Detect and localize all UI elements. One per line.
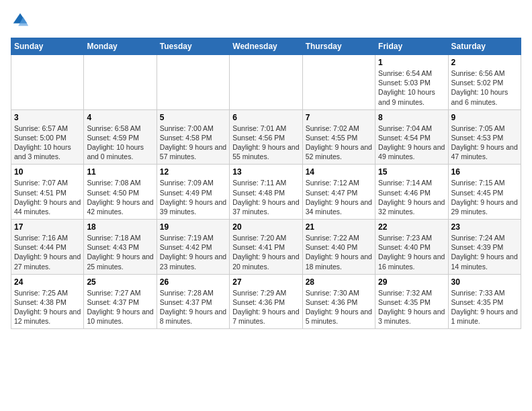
page-header	[11, 11, 521, 30]
day-number: 6	[232, 113, 299, 122]
calendar-cell: 22Sunrise: 7:23 AM Sunset: 4:40 PM Dayli…	[375, 220, 448, 275]
calendar-cell: 21Sunrise: 7:22 AM Sunset: 4:40 PM Dayli…	[302, 220, 375, 275]
day-number: 12	[160, 167, 226, 177]
week-row-5: 24Sunrise: 7:25 AM Sunset: 4:38 PM Dayli…	[11, 274, 521, 329]
day-number: 5	[160, 113, 226, 122]
day-info: Sunrise: 7:27 AM Sunset: 4:37 PM Dayligh…	[87, 288, 153, 326]
calendar-cell: 30Sunrise: 7:33 AM Sunset: 4:35 PM Dayli…	[448, 274, 521, 329]
day-number: 23	[451, 222, 518, 232]
calendar-cell	[11, 55, 84, 110]
day-header-wednesday: Wednesday	[230, 38, 302, 55]
calendar-cell: 25Sunrise: 7:27 AM Sunset: 4:37 PM Dayli…	[84, 274, 157, 329]
week-row-1: 1Sunrise: 6:54 AM Sunset: 5:03 PM Daylig…	[11, 55, 521, 110]
logo-icon	[11, 11, 30, 30]
calendar-cell: 19Sunrise: 7:19 AM Sunset: 4:42 PM Dayli…	[157, 220, 229, 275]
day-number: 17	[14, 222, 81, 232]
day-header-monday: Monday	[84, 38, 157, 55]
day-number: 8	[378, 113, 445, 122]
week-row-3: 10Sunrise: 7:07 AM Sunset: 4:51 PM Dayli…	[11, 165, 521, 220]
calendar-table: SundayMondayTuesdayWednesdayThursdayFrid…	[11, 38, 521, 329]
day-number: 20	[232, 222, 299, 232]
day-number: 13	[232, 167, 299, 177]
calendar-cell: 3Sunrise: 6:57 AM Sunset: 5:00 PM Daylig…	[11, 109, 84, 165]
day-info: Sunrise: 7:25 AM Sunset: 4:38 PM Dayligh…	[14, 288, 81, 326]
day-number: 19	[160, 222, 226, 232]
calendar-cell: 12Sunrise: 7:09 AM Sunset: 4:49 PM Dayli…	[157, 165, 229, 220]
calendar-cell: 16Sunrise: 7:15 AM Sunset: 4:45 PM Dayli…	[448, 165, 521, 220]
day-number: 1	[378, 58, 445, 67]
calendar-cell: 13Sunrise: 7:11 AM Sunset: 4:48 PM Dayli…	[230, 165, 302, 220]
day-number: 11	[87, 167, 153, 177]
day-info: Sunrise: 7:20 AM Sunset: 4:41 PM Dayligh…	[232, 233, 299, 271]
week-row-2: 3Sunrise: 6:57 AM Sunset: 5:00 PM Daylig…	[11, 109, 521, 165]
calendar-cell: 1Sunrise: 6:54 AM Sunset: 5:03 PM Daylig…	[375, 55, 448, 110]
day-info: Sunrise: 6:57 AM Sunset: 5:00 PM Dayligh…	[14, 124, 81, 162]
calendar-cell: 9Sunrise: 7:05 AM Sunset: 4:53 PM Daylig…	[448, 109, 521, 165]
calendar-cell: 29Sunrise: 7:32 AM Sunset: 4:35 PM Dayli…	[375, 274, 448, 329]
calendar-cell	[302, 55, 375, 110]
day-number: 21	[306, 222, 372, 232]
day-number: 25	[87, 277, 153, 287]
day-info: Sunrise: 7:14 AM Sunset: 4:46 PM Dayligh…	[378, 178, 445, 216]
calendar-cell	[230, 55, 302, 110]
day-info: Sunrise: 7:12 AM Sunset: 4:47 PM Dayligh…	[306, 178, 372, 216]
calendar-cell: 8Sunrise: 7:04 AM Sunset: 4:54 PM Daylig…	[375, 109, 448, 165]
day-info: Sunrise: 7:15 AM Sunset: 4:45 PM Dayligh…	[451, 178, 518, 216]
day-info: Sunrise: 7:29 AM Sunset: 4:36 PM Dayligh…	[232, 288, 299, 326]
day-info: Sunrise: 7:22 AM Sunset: 4:40 PM Dayligh…	[306, 233, 372, 271]
day-info: Sunrise: 6:58 AM Sunset: 4:59 PM Dayligh…	[87, 124, 153, 162]
day-number: 24	[14, 277, 81, 287]
day-info: Sunrise: 7:09 AM Sunset: 4:49 PM Dayligh…	[160, 178, 226, 216]
day-header-sunday: Sunday	[11, 38, 84, 55]
day-header-tuesday: Tuesday	[157, 38, 229, 55]
day-info: Sunrise: 7:11 AM Sunset: 4:48 PM Dayligh…	[232, 178, 299, 216]
calendar-cell: 14Sunrise: 7:12 AM Sunset: 4:47 PM Dayli…	[302, 165, 375, 220]
day-info: Sunrise: 7:30 AM Sunset: 4:36 PM Dayligh…	[306, 288, 372, 326]
day-info: Sunrise: 7:28 AM Sunset: 4:37 PM Dayligh…	[160, 288, 226, 326]
day-info: Sunrise: 7:07 AM Sunset: 4:51 PM Dayligh…	[14, 178, 81, 216]
calendar-cell: 20Sunrise: 7:20 AM Sunset: 4:41 PM Dayli…	[230, 220, 302, 275]
day-info: Sunrise: 7:16 AM Sunset: 4:44 PM Dayligh…	[14, 233, 81, 271]
calendar-header: SundayMondayTuesdayWednesdayThursdayFrid…	[11, 38, 521, 55]
day-info: Sunrise: 6:56 AM Sunset: 5:02 PM Dayligh…	[451, 68, 518, 107]
day-number: 4	[87, 113, 153, 122]
day-info: Sunrise: 7:00 AM Sunset: 4:58 PM Dayligh…	[160, 124, 226, 162]
calendar-cell: 6Sunrise: 7:01 AM Sunset: 4:56 PM Daylig…	[230, 109, 302, 165]
day-number: 28	[306, 277, 372, 287]
day-number: 18	[87, 222, 153, 232]
day-info: Sunrise: 6:54 AM Sunset: 5:03 PM Dayligh…	[378, 68, 445, 107]
calendar-cell: 28Sunrise: 7:30 AM Sunset: 4:36 PM Dayli…	[302, 274, 375, 329]
day-header-thursday: Thursday	[302, 38, 375, 55]
day-number: 30	[451, 277, 518, 287]
day-number: 2	[451, 58, 518, 67]
day-info: Sunrise: 7:04 AM Sunset: 4:54 PM Dayligh…	[378, 124, 445, 162]
calendar-cell	[157, 55, 229, 110]
calendar-cell: 26Sunrise: 7:28 AM Sunset: 4:37 PM Dayli…	[157, 274, 229, 329]
day-number: 27	[232, 277, 299, 287]
day-number: 9	[451, 113, 518, 122]
day-info: Sunrise: 7:23 AM Sunset: 4:40 PM Dayligh…	[378, 233, 445, 271]
day-header-saturday: Saturday	[448, 38, 521, 55]
day-number: 3	[14, 113, 81, 122]
day-number: 10	[14, 167, 81, 177]
day-number: 14	[306, 167, 372, 177]
day-info: Sunrise: 7:08 AM Sunset: 4:50 PM Dayligh…	[87, 178, 153, 216]
day-info: Sunrise: 7:01 AM Sunset: 4:56 PM Dayligh…	[232, 124, 299, 162]
day-info: Sunrise: 7:19 AM Sunset: 4:42 PM Dayligh…	[160, 233, 226, 271]
logo	[11, 11, 32, 30]
calendar-cell: 15Sunrise: 7:14 AM Sunset: 4:46 PM Dayli…	[375, 165, 448, 220]
calendar-cell: 10Sunrise: 7:07 AM Sunset: 4:51 PM Dayli…	[11, 165, 84, 220]
day-number: 26	[160, 277, 226, 287]
calendar-cell: 11Sunrise: 7:08 AM Sunset: 4:50 PM Dayli…	[84, 165, 157, 220]
day-number: 16	[451, 167, 518, 177]
calendar-cell: 5Sunrise: 7:00 AM Sunset: 4:58 PM Daylig…	[157, 109, 229, 165]
calendar-cell: 23Sunrise: 7:24 AM Sunset: 4:39 PM Dayli…	[448, 220, 521, 275]
calendar-cell: 27Sunrise: 7:29 AM Sunset: 4:36 PM Dayli…	[230, 274, 302, 329]
day-number: 22	[378, 222, 445, 232]
calendar-cell: 4Sunrise: 6:58 AM Sunset: 4:59 PM Daylig…	[84, 109, 157, 165]
day-info: Sunrise: 7:02 AM Sunset: 4:55 PM Dayligh…	[306, 124, 372, 162]
day-info: Sunrise: 7:05 AM Sunset: 4:53 PM Dayligh…	[451, 124, 518, 162]
calendar-cell: 18Sunrise: 7:18 AM Sunset: 4:43 PM Dayli…	[84, 220, 157, 275]
calendar-cell: 24Sunrise: 7:25 AM Sunset: 4:38 PM Dayli…	[11, 274, 84, 329]
day-header-friday: Friday	[375, 38, 448, 55]
